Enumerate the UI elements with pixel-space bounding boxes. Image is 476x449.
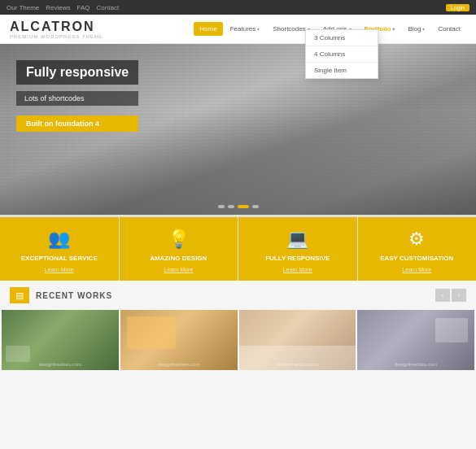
hero-dot-2[interactable] <box>228 205 234 208</box>
chevron-down-icon: ▾ <box>422 26 425 32</box>
hero-dot-3[interactable] <box>238 205 249 208</box>
hero-section: Fully responsive Lots of shortcodes Buil… <box>0 44 476 215</box>
thumb-1[interactable]: designfreebies.com <box>2 310 119 370</box>
watermark-3: designfreebies.com <box>276 362 318 367</box>
feature-design: 💡 Amazing Design Learn More <box>120 217 239 281</box>
responsive-icon: 💻 <box>286 229 308 250</box>
hero-dots <box>218 205 259 208</box>
design-icon: 💡 <box>168 229 190 250</box>
topbar-item-1[interactable]: Our Theme <box>7 4 39 11</box>
dropdown-3col[interactable]: 3 Columns <box>306 30 378 46</box>
hero-title: Fully responsive <box>16 60 138 85</box>
topbar-item-2[interactable]: Reviews <box>46 4 70 11</box>
recent-works-nav: ‹ › <box>435 289 466 302</box>
nav-blog[interactable]: Blog ▾ <box>402 22 430 36</box>
recent-works-header: ▤ RECENT WORKS ‹ › <box>0 287 476 310</box>
thumb-4[interactable]: designfreebies.com <box>357 310 474 370</box>
logo-title: ALCATRON <box>10 20 103 34</box>
feature-responsive-label: Fully Responsive <box>265 255 330 262</box>
hero-cta-button[interactable]: Built on foundation 4 <box>16 116 138 132</box>
thumb-2[interactable]: designfreebies.com <box>120 310 238 370</box>
feature-service-label: Exceptional Service <box>21 255 98 262</box>
rw-prev-button[interactable]: ‹ <box>435 289 450 302</box>
watermark-1: designfreebies.com <box>39 362 81 367</box>
feature-service-link[interactable]: Learn More <box>45 267 74 272</box>
portfolio-dropdown: 3 Columns 4 Columns Single Item <box>305 29 378 79</box>
dropdown-single[interactable]: Single Item <box>306 63 378 78</box>
service-icon: 👥 <box>48 229 70 250</box>
watermark-4: designfreebies.com <box>395 362 437 367</box>
thumb-3[interactable]: designfreebies.com <box>239 310 356 370</box>
logo: ALCATRON PREMIUM WORDPRESS THEME <box>10 20 103 39</box>
feature-custom-link[interactable]: Learn More <box>402 267 431 272</box>
rw-next-button[interactable]: › <box>452 289 466 302</box>
logo-subtitle: PREMIUM WORDPRESS THEME <box>10 34 103 39</box>
chevron-down-icon: ▾ <box>257 26 260 32</box>
top-bar: Our Theme Reviews FAQ Contact Login <box>0 0 476 15</box>
recent-works-title-wrap: ▤ RECENT WORKS <box>10 287 112 303</box>
feature-responsive: 💻 Fully Responsive Learn More <box>238 217 358 281</box>
feature-responsive-link[interactable]: Learn More <box>283 267 312 272</box>
nav-features[interactable]: Features ▾ <box>225 22 266 36</box>
chevron-down-icon: ▾ <box>392 26 395 32</box>
login-button[interactable]: Login <box>446 4 469 11</box>
header: ALCATRON PREMIUM WORDPRESS THEME Home Fe… <box>0 15 476 44</box>
nav-home[interactable]: Home <box>194 22 222 36</box>
custom-icon: ⚙ <box>408 229 425 250</box>
feature-design-label: Amazing Design <box>150 255 207 262</box>
feature-custom: ⚙ Easy Customisation Learn More <box>358 217 477 281</box>
topbar-item-4[interactable]: Contact <box>97 4 120 11</box>
nav-contact[interactable]: Contact <box>432 22 466 36</box>
feature-service: 👥 Exceptional Service Learn More <box>0 217 120 281</box>
thumbnails-row: designfreebies.com designfreebies.com de… <box>0 310 476 370</box>
feature-design-link[interactable]: Learn More <box>164 267 193 272</box>
topbar-item-3[interactable]: FAQ <box>77 4 90 11</box>
hero-dot-1[interactable] <box>218 205 225 208</box>
top-bar-left: Our Theme Reviews FAQ Contact <box>7 4 119 11</box>
hero-content: Fully responsive Lots of shortcodes Buil… <box>16 60 138 132</box>
recent-works-icon: ▤ <box>10 287 29 303</box>
hero-subtitle: Lots of shortcodes <box>16 91 138 106</box>
top-bar-right: Login <box>446 4 469 11</box>
features-section: 👥 Exceptional Service Learn More 💡 Amazi… <box>0 215 476 281</box>
feature-custom-label: Easy Customisation <box>380 255 453 262</box>
watermark-2: designfreebies.com <box>158 362 200 367</box>
dropdown-4col[interactable]: 4 Columns <box>306 46 378 63</box>
recent-works-section: ▤ RECENT WORKS ‹ › designfreebies.com de… <box>0 281 476 370</box>
recent-works-title: RECENT WORKS <box>36 291 112 300</box>
hero-dot-4[interactable] <box>252 205 259 208</box>
